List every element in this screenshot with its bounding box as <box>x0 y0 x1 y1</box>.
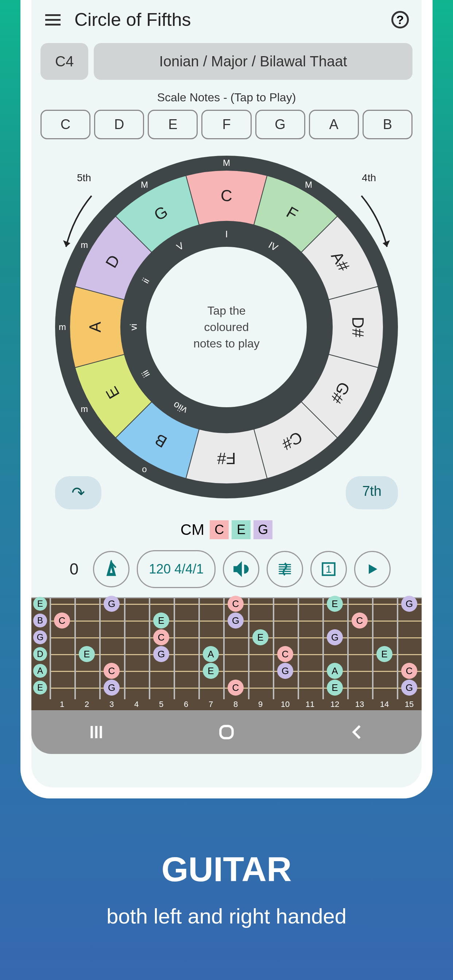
fret-note[interactable]: G <box>327 629 343 645</box>
nav-recents-icon[interactable] <box>87 723 105 741</box>
rotate-button[interactable]: ↷ <box>55 476 101 509</box>
circle-center-hint: Tap thecolourednotes to play <box>193 302 259 352</box>
play-button[interactable] <box>354 551 391 587</box>
fret-note[interactable]: A <box>203 646 219 662</box>
open-string-note[interactable]: E <box>33 681 47 695</box>
scale-note-button[interactable]: F <box>201 110 251 139</box>
circle-degree-label: vi <box>128 324 139 331</box>
arc-4th-label: 4th <box>362 172 376 184</box>
fret-note[interactable]: A <box>327 663 343 679</box>
fret-note[interactable]: C <box>228 596 244 612</box>
fret-number: 5 <box>159 700 163 709</box>
open-string-note[interactable]: E <box>33 597 47 611</box>
chord-tone: C <box>210 520 229 539</box>
page-title: Circle of Fifths <box>74 9 191 30</box>
circle-quality-label: M <box>141 180 148 190</box>
scale-note-button[interactable]: A <box>309 110 359 139</box>
chord-name: CM <box>180 521 204 538</box>
fret-note[interactable]: G <box>401 679 417 695</box>
fret-number: 9 <box>258 700 263 709</box>
fret-note[interactable]: G <box>401 596 417 612</box>
fret-note[interactable]: C <box>277 646 293 662</box>
mode-button[interactable]: 1 <box>310 551 347 587</box>
fret-note[interactable]: C <box>228 679 244 695</box>
circle-quality-label: M <box>223 158 230 168</box>
nav-back-icon[interactable] <box>348 723 366 741</box>
svg-rect-5 <box>220 726 232 738</box>
fret-number: 2 <box>85 700 89 709</box>
circle-quality-label: m <box>81 240 88 250</box>
scale-note-button[interactable]: B <box>362 110 413 139</box>
fret-note[interactable]: E <box>252 629 268 645</box>
fret-number: 11 <box>306 700 314 709</box>
fret-note[interactable]: G <box>104 679 120 695</box>
fret-number: 6 <box>184 700 188 709</box>
fretboard[interactable]: 123456789101112131415EBGDAECEGCGECGAECGC… <box>31 597 422 710</box>
fret-note[interactable]: C <box>153 629 169 645</box>
fret-number: 1 <box>60 700 64 709</box>
fret-note[interactable]: C <box>401 663 417 679</box>
scale-notes-label: Scale Notes - (Tap to Play) <box>31 91 422 104</box>
fret-note[interactable]: E <box>327 596 343 612</box>
svg-text:1: 1 <box>326 563 332 575</box>
scale-selector[interactable]: Ionian / Major / Bilawal Thaat <box>94 43 413 80</box>
fret-number: 4 <box>134 700 139 709</box>
help-icon[interactable]: ? <box>391 11 409 29</box>
transpose-value: 0 <box>62 560 86 578</box>
fret-note[interactable]: C <box>352 612 368 628</box>
circle-quality-label: m <box>59 322 66 332</box>
promo-title: GUITAR <box>161 850 292 889</box>
circle-of-fifths[interactable]: 5th 4th CMIFMIVA#D#G#C#F#BoviioEmiiiAmvi… <box>51 152 402 502</box>
fret-number: 14 <box>380 700 389 709</box>
scale-note-button[interactable]: G <box>255 110 305 139</box>
arc-5th-label: 5th <box>77 172 91 184</box>
circle-quality-label: m <box>81 404 88 414</box>
scale-note-button[interactable]: C <box>40 110 91 139</box>
fret-note[interactable]: E <box>79 646 95 662</box>
key-selector[interactable]: C4 <box>40 43 88 80</box>
fret-note[interactable]: C <box>104 663 120 679</box>
open-string-note[interactable]: G <box>33 630 47 644</box>
open-string-note[interactable]: D <box>33 647 47 661</box>
fret-note[interactable]: C <box>54 612 70 628</box>
fret-note[interactable]: G <box>153 646 169 662</box>
fret-number: 15 <box>405 700 414 709</box>
nav-home-icon[interactable] <box>217 723 236 741</box>
circle-note[interactable]: F# <box>217 449 236 468</box>
fret-number: 8 <box>233 700 238 709</box>
tempo-button[interactable]: 120 4/4/1 <box>137 550 215 588</box>
menu-icon[interactable] <box>44 11 62 29</box>
chord-tone: E <box>231 520 250 539</box>
circle-note[interactable]: C <box>221 187 232 205</box>
fret-note[interactable]: E <box>376 646 392 662</box>
fret-note[interactable]: G <box>104 596 120 612</box>
fret-note[interactable]: E <box>153 612 169 628</box>
fret-note[interactable]: E <box>327 679 343 695</box>
circle-note[interactable]: A <box>86 321 104 332</box>
fret-number: 3 <box>109 700 114 709</box>
metronome-button[interactable] <box>93 551 129 587</box>
chord-tone: G <box>254 520 273 539</box>
circle-quality-label: o <box>142 464 147 474</box>
fret-number: 7 <box>209 700 213 709</box>
fret-number: 10 <box>281 700 290 709</box>
staff-button[interactable] <box>266 551 303 587</box>
circle-quality-label: M <box>305 180 312 190</box>
promo-subtitle: both left and right handed <box>107 904 346 928</box>
fret-note[interactable]: E <box>203 663 219 679</box>
scale-note-button[interactable]: E <box>148 110 198 139</box>
sound-button[interactable] <box>223 551 259 587</box>
fret-note[interactable]: G <box>277 663 293 679</box>
open-string-note[interactable]: B <box>33 614 47 627</box>
circle-note[interactable]: D# <box>349 317 367 337</box>
seventh-toggle[interactable]: 7th <box>346 476 398 509</box>
fret-note[interactable]: G <box>228 612 244 628</box>
circle-degree-label: I <box>225 229 228 240</box>
fret-number: 13 <box>355 700 364 709</box>
open-string-note[interactable]: A <box>33 664 47 678</box>
scale-note-button[interactable]: D <box>94 110 144 139</box>
nav-bar <box>31 710 422 754</box>
fret-number: 12 <box>330 700 339 709</box>
